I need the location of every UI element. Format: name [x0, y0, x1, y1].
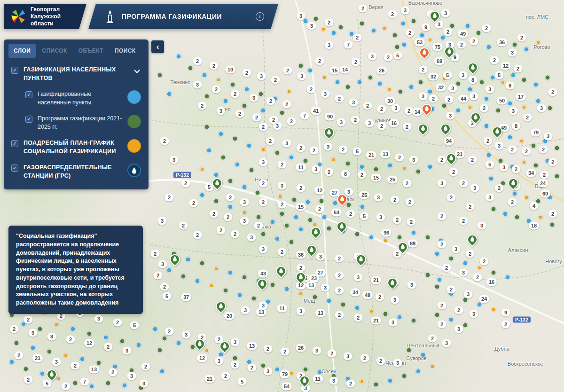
map-dot-gasified[interactable] — [449, 317, 454, 322]
map-dot-program[interactable] — [435, 284, 440, 290]
map-cluster-marker[interactable]: 3 — [438, 180, 446, 188]
grs-station-marker[interactable] — [296, 272, 306, 282]
map-cluster-marker[interactable]: 3 — [393, 359, 402, 367]
map-cluster-marker[interactable]: 43 — [258, 270, 268, 278]
map-dot-gasified[interactable] — [465, 24, 470, 29]
map-dot-gasified[interactable] — [136, 343, 141, 348]
map-cluster-marker[interactable]: 3 — [29, 329, 38, 337]
map-cluster-marker[interactable]: 2 — [466, 203, 475, 211]
map-cluster-marker[interactable]: 2 — [307, 86, 316, 94]
map-dot-program[interactable] — [407, 348, 412, 353]
map-cluster-marker[interactable]: 2 — [231, 230, 240, 238]
map-dot-gasified[interactable] — [176, 341, 181, 346]
map-cluster-marker[interactable]: 3 — [495, 142, 504, 150]
map-cluster-marker[interactable]: 2 — [429, 95, 438, 103]
map-dot-gasified[interactable] — [294, 215, 299, 220]
panel-collapse-button[interactable]: ‹ — [151, 40, 164, 53]
map-dot-program[interactable] — [47, 349, 52, 354]
map-cluster-marker[interactable]: 3 — [470, 184, 479, 192]
map-cluster-marker[interactable]: 2 — [269, 116, 278, 124]
map-dot-program[interactable] — [204, 125, 210, 130]
map-dot-program[interactable] — [418, 80, 423, 85]
map-cluster-marker[interactable]: 6 — [163, 292, 172, 300]
map-cluster-marker[interactable]: 2 — [346, 210, 355, 218]
map-dot-gasified[interactable] — [289, 155, 294, 160]
map-cluster-marker[interactable]: 12 — [197, 354, 207, 362]
map-dot-program[interactable] — [251, 296, 257, 301]
map-dot-gasified[interactable] — [275, 367, 280, 372]
map-cluster-marker[interactable]: 2 — [445, 96, 454, 104]
map-dot-gasified[interactable] — [505, 275, 510, 280]
map-dot-gasified[interactable] — [303, 19, 308, 24]
map-cluster-marker[interactable]: 3 — [452, 245, 461, 253]
map-dot-program[interactable] — [383, 312, 388, 317]
map-cluster-marker[interactable]: 2 — [335, 255, 344, 263]
map-cluster-marker[interactable]: 3 — [354, 274, 363, 282]
map-cluster-marker[interactable]: 2 — [259, 123, 268, 131]
map-cluster-marker[interactable]: 2 — [231, 361, 240, 369]
map-cluster-marker[interactable]: 3 — [321, 284, 330, 292]
map-cluster-marker[interactable]: 2 — [160, 137, 169, 145]
map-dot-social[interactable] — [431, 365, 435, 369]
grs-station-marker[interactable] — [306, 245, 317, 255]
map-cluster-marker[interactable]: 2 — [395, 154, 404, 162]
grs-station-marker[interactable] — [470, 112, 481, 123]
map-cluster-marker[interactable]: 2 — [221, 372, 230, 380]
map-dot-gasified[interactable] — [103, 335, 109, 340]
map-cluster-marker[interactable]: 2 — [113, 319, 122, 327]
map-dot-program[interactable] — [157, 73, 163, 78]
map-cluster-marker[interactable]: 3 — [365, 119, 374, 127]
map-dot-social[interactable] — [290, 371, 294, 376]
map-dot-gasified[interactable] — [242, 185, 247, 190]
map-dot-program[interactable] — [200, 261, 205, 266]
map-dot-social[interactable] — [287, 90, 291, 94]
map-cluster-marker[interactable]: 3 — [297, 12, 306, 20]
map-cluster-marker[interactable]: 2 — [141, 363, 150, 371]
map-dot-gasified[interactable] — [435, 251, 440, 257]
map-cluster-marker[interactable]: 3 — [313, 347, 321, 355]
map-cluster-marker[interactable]: 36 — [296, 251, 306, 259]
map-dot-program[interactable] — [230, 82, 235, 87]
map-cluster-marker[interactable]: 5 — [360, 212, 369, 220]
map-cluster-marker[interactable]: 2 — [438, 241, 446, 249]
grs-station-marker[interactable] — [337, 221, 347, 232]
map-dot-program[interactable] — [522, 78, 527, 83]
map-cluster-marker[interactable]: 94 — [444, 137, 454, 145]
map-cluster-marker[interactable]: 2 — [354, 314, 363, 322]
map-cluster-marker[interactable]: 2 — [548, 158, 557, 166]
map-cluster-marker[interactable]: 2 — [264, 345, 273, 353]
map-cluster-marker[interactable]: 26 — [376, 67, 387, 75]
map-dot-program[interactable] — [120, 339, 125, 344]
map-cluster-marker[interactable]: 2 — [297, 264, 306, 272]
map-cluster-marker[interactable]: 2 — [480, 104, 489, 112]
map-dot-program[interactable] — [14, 341, 19, 346]
map-dot-social[interactable] — [520, 139, 524, 143]
map-cluster-marker[interactable]: 3 — [446, 112, 455, 120]
map-cluster-marker[interactable]: 3 — [240, 217, 249, 225]
map-dot-gasified[interactable] — [486, 153, 492, 158]
map-cluster-marker[interactable]: 21 — [371, 276, 381, 284]
map-dot-gasified[interactable] — [306, 200, 311, 205]
map-cluster-marker[interactable]: 34 — [526, 169, 536, 177]
map-cluster-marker[interactable]: 2 — [377, 122, 386, 130]
map-cluster-marker[interactable]: 13 — [89, 366, 99, 374]
map-cluster-marker[interactable]: 3 — [297, 307, 306, 315]
tab-search[interactable]: ПОИСК — [110, 44, 141, 58]
map-cluster-marker[interactable]: 2 — [419, 66, 428, 74]
map-cluster-marker[interactable]: 16 — [486, 278, 497, 286]
map-cluster-marker[interactable]: 2 — [62, 383, 70, 391]
map-cluster-marker[interactable]: 2 — [266, 97, 275, 105]
map-cluster-marker[interactable]: 3 — [392, 104, 400, 112]
map-cluster-marker[interactable]: 13 — [380, 150, 391, 158]
map-cluster-marker[interactable]: 2 — [179, 222, 188, 230]
map-dot-program[interactable] — [374, 382, 379, 387]
map-dot-social[interactable] — [360, 380, 364, 384]
map-dot-program[interactable] — [106, 381, 111, 386]
map-cluster-marker[interactable]: 2 — [495, 184, 504, 192]
map-cluster-marker[interactable]: 2 — [210, 210, 219, 218]
map-dot-program[interactable] — [327, 226, 332, 231]
map-dot-program[interactable] — [398, 89, 403, 94]
alert-marker[interactable] — [422, 104, 432, 114]
map-cluster-marker[interactable]: 2 — [539, 146, 548, 154]
map-dot-gasified[interactable] — [468, 87, 473, 92]
